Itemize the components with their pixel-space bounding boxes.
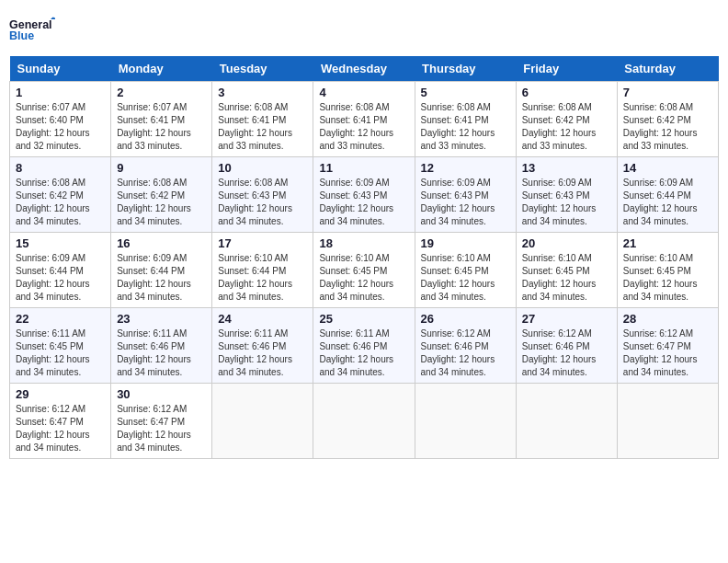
day-info: Sunrise: 6:12 AMSunset: 6:47 PMDaylight:…: [16, 403, 105, 454]
day-cell-12: 12Sunrise: 6:09 AMSunset: 6:43 PMDayligh…: [415, 157, 516, 233]
day-cell-26: 26Sunrise: 6:12 AMSunset: 6:46 PMDayligh…: [415, 308, 516, 384]
day-cell-5: 5Sunrise: 6:08 AMSunset: 6:41 PMDaylight…: [415, 82, 516, 157]
day-info: Sunrise: 6:10 AMSunset: 6:45 PMDaylight:…: [421, 252, 510, 304]
logo: General Blue: [9, 9, 55, 51]
day-info: Sunrise: 6:10 AMSunset: 6:44 PMDaylight:…: [218, 252, 307, 304]
day-number: 13: [522, 161, 611, 175]
day-info: Sunrise: 6:09 AMSunset: 6:44 PMDaylight:…: [117, 252, 206, 304]
day-info: Sunrise: 6:12 AMSunset: 6:46 PMDaylight:…: [522, 327, 611, 379]
day-number: 16: [117, 236, 206, 250]
day-number: 22: [16, 312, 105, 326]
day-number: 4: [319, 86, 408, 99]
day-info: Sunrise: 6:09 AMSunset: 6:44 PMDaylight:…: [623, 177, 712, 228]
day-number: 12: [421, 161, 510, 175]
empty-cell-4-3: [313, 384, 415, 459]
day-info: Sunrise: 6:08 AMSunset: 6:42 PMDaylight:…: [522, 101, 611, 153]
day-number: 19: [421, 236, 510, 250]
empty-cell-4-2: [212, 384, 313, 459]
header-thursday: Thursday: [415, 56, 516, 82]
header-wednesday: Wednesday: [313, 56, 415, 82]
calendar-table: SundayMondayTuesdayWednesdayThursdayFrid…: [9, 56, 719, 459]
day-number: 6: [522, 86, 611, 99]
day-info: Sunrise: 6:09 AMSunset: 6:43 PMDaylight:…: [421, 177, 510, 228]
header-monday: Monday: [111, 56, 212, 82]
day-number: 27: [522, 312, 611, 326]
logo-svg: General Blue: [9, 9, 55, 51]
day-cell-11: 11Sunrise: 6:09 AMSunset: 6:43 PMDayligh…: [313, 157, 415, 233]
day-cell-17: 17Sunrise: 6:10 AMSunset: 6:44 PMDayligh…: [212, 233, 313, 308]
day-cell-9: 9Sunrise: 6:08 AMSunset: 6:42 PMDaylight…: [111, 157, 212, 233]
day-cell-24: 24Sunrise: 6:11 AMSunset: 6:46 PMDayligh…: [212, 308, 313, 384]
day-cell-16: 16Sunrise: 6:09 AMSunset: 6:44 PMDayligh…: [111, 233, 212, 308]
day-cell-10: 10Sunrise: 6:08 AMSunset: 6:43 PMDayligh…: [212, 157, 313, 233]
day-cell-7: 7Sunrise: 6:08 AMSunset: 6:42 PMDaylight…: [617, 82, 718, 157]
day-number: 7: [623, 86, 712, 99]
day-number: 18: [319, 236, 408, 250]
day-number: 11: [319, 161, 408, 175]
day-cell-27: 27Sunrise: 6:12 AMSunset: 6:46 PMDayligh…: [516, 308, 617, 384]
day-number: 3: [218, 86, 307, 99]
day-cell-29: 29Sunrise: 6:12 AMSunset: 6:47 PMDayligh…: [10, 384, 111, 459]
day-cell-14: 14Sunrise: 6:09 AMSunset: 6:44 PMDayligh…: [617, 157, 718, 233]
page-container: General Blue SundayMondayTuesdayWednesda…: [9, 9, 719, 459]
day-cell-6: 6Sunrise: 6:08 AMSunset: 6:42 PMDaylight…: [516, 82, 617, 157]
week-row-4: 22Sunrise: 6:11 AMSunset: 6:45 PMDayligh…: [10, 308, 719, 384]
day-info: Sunrise: 6:08 AMSunset: 6:41 PMDaylight:…: [319, 101, 408, 153]
day-number: 23: [117, 312, 206, 326]
day-info: Sunrise: 6:08 AMSunset: 6:42 PMDaylight:…: [16, 177, 105, 228]
day-cell-1: 1Sunrise: 6:07 AMSunset: 6:40 PMDaylight…: [10, 82, 111, 157]
day-cell-28: 28Sunrise: 6:12 AMSunset: 6:47 PMDayligh…: [617, 308, 718, 384]
day-cell-21: 21Sunrise: 6:10 AMSunset: 6:45 PMDayligh…: [617, 233, 718, 308]
day-number: 30: [117, 387, 206, 401]
day-cell-8: 8Sunrise: 6:08 AMSunset: 6:42 PMDaylight…: [10, 157, 111, 233]
week-row-5: 29Sunrise: 6:12 AMSunset: 6:47 PMDayligh…: [10, 384, 719, 459]
header: General Blue: [9, 9, 719, 51]
day-number: 25: [319, 312, 408, 326]
day-number: 9: [117, 161, 206, 175]
day-info: Sunrise: 6:09 AMSunset: 6:44 PMDaylight:…: [16, 252, 105, 304]
day-info: Sunrise: 6:11 AMSunset: 6:46 PMDaylight:…: [117, 327, 206, 379]
week-row-3: 15Sunrise: 6:09 AMSunset: 6:44 PMDayligh…: [10, 233, 719, 308]
week-row-2: 8Sunrise: 6:08 AMSunset: 6:42 PMDaylight…: [10, 157, 719, 233]
header-row: SundayMondayTuesdayWednesdayThursdayFrid…: [10, 56, 719, 82]
day-info: Sunrise: 6:07 AMSunset: 6:40 PMDaylight:…: [16, 101, 105, 153]
day-info: Sunrise: 6:10 AMSunset: 6:45 PMDaylight:…: [623, 252, 712, 304]
day-info: Sunrise: 6:09 AMSunset: 6:43 PMDaylight:…: [522, 177, 611, 228]
day-info: Sunrise: 6:12 AMSunset: 6:47 PMDaylight:…: [623, 327, 712, 379]
day-info: Sunrise: 6:12 AMSunset: 6:47 PMDaylight:…: [117, 403, 206, 454]
day-info: Sunrise: 6:08 AMSunset: 6:41 PMDaylight:…: [218, 101, 307, 153]
day-number: 29: [16, 387, 105, 401]
day-cell-19: 19Sunrise: 6:10 AMSunset: 6:45 PMDayligh…: [415, 233, 516, 308]
day-info: Sunrise: 6:10 AMSunset: 6:45 PMDaylight:…: [319, 252, 408, 304]
day-info: Sunrise: 6:12 AMSunset: 6:46 PMDaylight:…: [421, 327, 510, 379]
day-number: 5: [421, 86, 510, 99]
day-cell-20: 20Sunrise: 6:10 AMSunset: 6:45 PMDayligh…: [516, 233, 617, 308]
header-sunday: Sunday: [10, 56, 111, 82]
day-number: 26: [421, 312, 510, 326]
day-cell-22: 22Sunrise: 6:11 AMSunset: 6:45 PMDayligh…: [10, 308, 111, 384]
day-number: 15: [16, 236, 105, 250]
day-number: 1: [16, 86, 105, 99]
day-info: Sunrise: 6:08 AMSunset: 6:43 PMDaylight:…: [218, 177, 307, 228]
empty-cell-4-6: [617, 384, 718, 459]
day-number: 2: [117, 86, 206, 99]
day-info: Sunrise: 6:11 AMSunset: 6:46 PMDaylight:…: [218, 327, 307, 379]
day-cell-4: 4Sunrise: 6:08 AMSunset: 6:41 PMDaylight…: [313, 82, 415, 157]
week-row-1: 1Sunrise: 6:07 AMSunset: 6:40 PMDaylight…: [10, 82, 719, 157]
day-number: 24: [218, 312, 307, 326]
day-cell-18: 18Sunrise: 6:10 AMSunset: 6:45 PMDayligh…: [313, 233, 415, 308]
day-cell-30: 30Sunrise: 6:12 AMSunset: 6:47 PMDayligh…: [111, 384, 212, 459]
day-cell-3: 3Sunrise: 6:08 AMSunset: 6:41 PMDaylight…: [212, 82, 313, 157]
day-number: 17: [218, 236, 307, 250]
day-info: Sunrise: 6:10 AMSunset: 6:45 PMDaylight:…: [522, 252, 611, 304]
day-cell-2: 2Sunrise: 6:07 AMSunset: 6:41 PMDaylight…: [111, 82, 212, 157]
day-cell-23: 23Sunrise: 6:11 AMSunset: 6:46 PMDayligh…: [111, 308, 212, 384]
empty-cell-4-4: [415, 384, 516, 459]
header-tuesday: Tuesday: [212, 56, 313, 82]
day-info: Sunrise: 6:08 AMSunset: 6:42 PMDaylight:…: [623, 101, 712, 153]
day-number: 8: [16, 161, 105, 175]
day-info: Sunrise: 6:07 AMSunset: 6:41 PMDaylight:…: [117, 101, 206, 153]
day-info: Sunrise: 6:11 AMSunset: 6:46 PMDaylight:…: [319, 327, 408, 379]
day-number: 20: [522, 236, 611, 250]
day-number: 14: [623, 161, 712, 175]
